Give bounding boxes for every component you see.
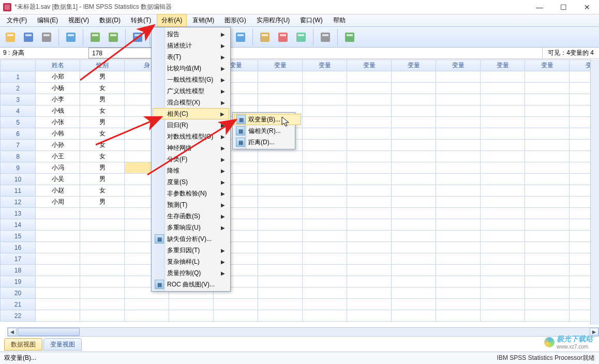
cell[interactable]: 男 — [80, 196, 125, 208]
cell[interactable] — [347, 83, 392, 94]
cell[interactable] — [481, 299, 525, 310]
cell[interactable] — [481, 162, 525, 174]
cell[interactable] — [80, 265, 125, 276]
cell[interactable] — [303, 105, 347, 117]
cell[interactable] — [392, 196, 436, 208]
cell[interactable] — [258, 185, 303, 196]
cell[interactable] — [347, 208, 392, 219]
cell[interactable] — [303, 71, 347, 83]
close-button[interactable]: ✕ — [575, 0, 599, 14]
cell[interactable]: 男 — [80, 117, 125, 128]
cell[interactable] — [303, 174, 347, 185]
cell[interactable] — [525, 83, 570, 94]
menu-item-广义线性模型[interactable]: 广义线性模型▶ — [153, 85, 229, 97]
menu-item-多重响应[interactable]: 多重响应(U)▶ — [153, 222, 229, 233]
cell[interactable] — [347, 299, 392, 310]
cell[interactable] — [347, 105, 392, 117]
cell[interactable] — [347, 117, 392, 128]
cell[interactable] — [570, 151, 591, 162]
cell[interactable] — [347, 94, 392, 105]
cell[interactable] — [570, 265, 591, 276]
cell[interactable] — [436, 174, 481, 185]
cell[interactable] — [436, 276, 481, 287]
cell[interactable] — [347, 310, 392, 322]
cell[interactable] — [481, 310, 525, 322]
cell[interactable] — [436, 140, 481, 151]
row-number[interactable]: 3 — [1, 94, 36, 105]
cell[interactable]: 小孙 — [36, 140, 80, 151]
menu-item-质量控制[interactable]: 质量控制(Q)▶ — [153, 267, 229, 279]
cell[interactable] — [525, 299, 570, 310]
menu-数据[interactable]: 数据(D) — [95, 14, 125, 27]
cell[interactable] — [80, 208, 125, 219]
scroll-thumb[interactable] — [18, 328, 80, 336]
recall-icon[interactable] — [63, 29, 79, 46]
menu-item-缺失值分析[interactable]: ▦缺失值分析(V)... — [153, 233, 229, 245]
cell[interactable] — [392, 83, 436, 94]
menu-item-分类[interactable]: 分类(F)▶ — [153, 154, 229, 165]
cell[interactable] — [525, 310, 570, 322]
menu-item-度量[interactable]: 度量(S)▶ — [153, 176, 229, 188]
column-header[interactable]: 变量 — [481, 60, 525, 71]
cell[interactable] — [570, 105, 591, 117]
cell[interactable] — [347, 276, 392, 287]
cell[interactable] — [80, 310, 125, 322]
cell[interactable] — [481, 117, 525, 128]
cell[interactable] — [436, 242, 481, 253]
cell[interactable] — [392, 162, 436, 174]
cell[interactable] — [36, 208, 80, 219]
row-number[interactable]: 13 — [1, 208, 36, 219]
cell[interactable] — [481, 71, 525, 83]
cell[interactable] — [570, 128, 591, 140]
cell[interactable] — [303, 94, 347, 105]
cell[interactable] — [392, 105, 436, 117]
cell[interactable] — [525, 242, 570, 253]
cell[interactable] — [80, 231, 125, 242]
cell[interactable]: 小杨 — [36, 83, 80, 94]
cell[interactable] — [303, 219, 347, 231]
cell[interactable] — [214, 299, 258, 310]
column-header[interactable]: 姓名 — [36, 60, 80, 71]
cell[interactable] — [570, 83, 591, 94]
cell[interactable] — [303, 310, 347, 322]
row-number[interactable]: 20 — [1, 287, 36, 299]
save-icon[interactable] — [20, 29, 37, 46]
print-icon[interactable] — [38, 29, 55, 46]
cell[interactable] — [436, 253, 481, 265]
cell[interactable] — [258, 151, 303, 162]
cell[interactable] — [570, 140, 591, 151]
cell[interactable] — [36, 310, 80, 322]
cell[interactable] — [436, 219, 481, 231]
cell[interactable] — [436, 162, 481, 174]
cell[interactable] — [303, 287, 347, 299]
cell[interactable] — [570, 231, 591, 242]
cell[interactable] — [525, 140, 570, 151]
cell[interactable]: 女 — [80, 128, 125, 140]
cell[interactable]: 男 — [80, 162, 125, 174]
cell[interactable] — [525, 105, 570, 117]
goto-icon[interactable] — [129, 29, 146, 46]
cell[interactable] — [570, 287, 591, 299]
cell[interactable] — [481, 185, 525, 196]
cell[interactable] — [570, 71, 591, 83]
cell[interactable] — [258, 265, 303, 276]
maximize-button[interactable]: ☐ — [551, 0, 575, 14]
cell[interactable]: 女 — [80, 151, 125, 162]
row-number[interactable]: 10 — [1, 174, 36, 185]
cell[interactable] — [258, 83, 303, 94]
cell[interactable]: 女 — [80, 83, 125, 94]
cell[interactable] — [303, 151, 347, 162]
menu-item-降维[interactable]: 降维▶ — [153, 165, 229, 176]
cell[interactable] — [80, 276, 125, 287]
row-number[interactable]: 5 — [1, 117, 36, 128]
cell[interactable]: 小吴 — [36, 174, 80, 185]
cell[interactable]: 小王 — [36, 151, 80, 162]
cell[interactable] — [36, 276, 80, 287]
variable-view-tab[interactable]: 变量视图 — [43, 338, 82, 351]
cell[interactable] — [392, 71, 436, 83]
menu-分析[interactable]: 分析(A) — [157, 14, 187, 27]
cell[interactable] — [258, 174, 303, 185]
cell[interactable] — [436, 299, 481, 310]
cell[interactable] — [258, 94, 303, 105]
cell[interactable] — [436, 94, 481, 105]
